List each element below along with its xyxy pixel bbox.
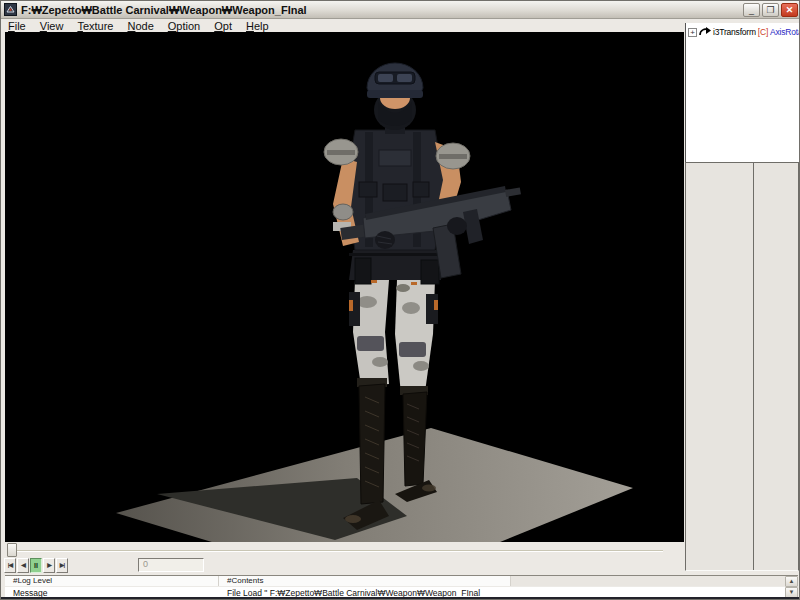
- tree-expander[interactable]: +: [688, 28, 697, 37]
- tree-item[interactable]: + i3Transform [C] AxisRotate: [688, 27, 799, 37]
- app-window: F:₩Zepetto₩Battle Carnival₩Weapon₩Weapon…: [0, 0, 800, 600]
- go-first-button[interactable]: |◀: [4, 558, 16, 573]
- detail-panel-left[interactable]: [686, 163, 754, 570]
- menu-item-node[interactable]: Node: [120, 20, 160, 32]
- menubar: File View Texture Node Option Opt Help: [1, 19, 685, 32]
- transform-node-icon: [699, 27, 711, 37]
- go-last-button[interactable]: ▶|: [56, 558, 68, 573]
- window-controls: _ ❐ ✕: [743, 3, 798, 17]
- log-header: #Log Level #Contents: [5, 576, 785, 586]
- frame-number-field[interactable]: 0: [138, 558, 204, 572]
- log-column-loglevel[interactable]: #Log Level: [5, 576, 219, 586]
- tree-item-node-name[interactable]: AxisRotate: [770, 27, 799, 37]
- maximize-button[interactable]: ❐: [762, 3, 779, 17]
- menu-item-help[interactable]: Help: [239, 20, 276, 32]
- log-panel: #Log Level #Contents Message File Load "…: [5, 575, 798, 597]
- tree-item-tag: [C]: [758, 27, 768, 37]
- step-back-button[interactable]: ◀: [17, 558, 29, 573]
- model-scene: [5, 32, 684, 542]
- viewport-3d[interactable]: [5, 32, 684, 542]
- pause-button[interactable]: II: [30, 558, 42, 573]
- titlebar[interactable]: F:₩Zepetto₩Battle Carnival₩Weapon₩Weapon…: [1, 1, 800, 19]
- frame-scrubber-thumb[interactable]: [7, 543, 17, 557]
- scroll-up-icon[interactable]: ▲: [785, 576, 798, 587]
- menu-item-option[interactable]: Option: [161, 20, 207, 32]
- tree-item-label[interactable]: i3Transform: [713, 27, 756, 37]
- menu-item-opt[interactable]: Opt: [207, 20, 239, 32]
- app-icon: [4, 3, 17, 16]
- detail-panel-right[interactable]: [754, 163, 798, 570]
- close-button[interactable]: ✕: [781, 3, 798, 17]
- side-panels: [685, 162, 799, 571]
- step-forward-button[interactable]: ▶: [43, 558, 55, 573]
- scene-tree-panel[interactable]: + i3Transform [C] AxisRotate: [685, 23, 799, 162]
- frame-scrubber-track[interactable]: [7, 550, 663, 552]
- menu-item-texture[interactable]: Texture: [70, 20, 120, 32]
- animation-controls: |◀ ◀ II ▶ ▶| 0: [1, 542, 685, 575]
- log-scrollbar[interactable]: ▲ ▼: [785, 576, 798, 598]
- menu-item-file[interactable]: File: [1, 20, 33, 32]
- transport-buttons: |◀ ◀ II ▶ ▶|: [4, 558, 68, 573]
- menu-item-view[interactable]: View: [33, 20, 71, 32]
- minimize-button[interactable]: _: [743, 3, 760, 17]
- log-column-contents[interactable]: #Contents: [219, 576, 511, 586]
- window-title: F:₩Zepetto₩Battle Carnival₩Weapon₩Weapon…: [21, 4, 743, 16]
